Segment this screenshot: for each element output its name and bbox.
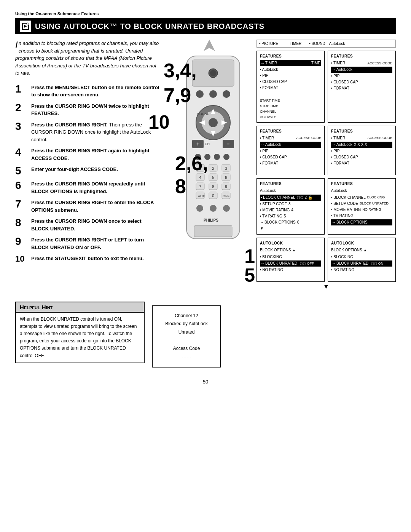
page-title: Using AutoLock™ to Block Unrated Broadca…: [35, 22, 264, 31]
hint-body: When the BLOCK UNRATED control is turned…: [16, 313, 144, 363]
down-arrow-icon: ▼: [256, 283, 396, 290]
big-number-8: 8: [175, 175, 186, 198]
step-3-text: Press the CURSOR RING RIGHT. Then press …: [31, 121, 160, 144]
step-number-4: 4: [15, 147, 29, 158]
panel-autolock-blockchannel: FEATURES AutoLock • BLOCK CHANNEL ⬡⬡ 2 🔒…: [256, 178, 325, 235]
svg-text:5: 5: [212, 175, 214, 180]
steps-list: 1 Press the MENU/SELECT button on the re…: [15, 84, 160, 264]
step-number-2: 2: [15, 102, 29, 113]
step-number-8: 8: [15, 217, 29, 228]
svg-point-24: [214, 154, 220, 160]
panel-features-autolock: FEATURES • TIMER ACCESS CODE ↔AutoLock- …: [328, 51, 396, 123]
svg-point-6: [196, 90, 204, 98]
svg-point-11: [209, 118, 218, 127]
step-6-text: Press the CURSOR RING DOWN repeatedly un…: [31, 180, 160, 195]
channel-line3: Unrated: [162, 328, 211, 337]
panel1-title: FEATURES: [260, 53, 321, 59]
hint-box: Helpful Hint When the BLOCK UNRATED cont…: [15, 302, 145, 363]
channel-line4: [162, 336, 211, 345]
panel1-row-autolock: • AutoLock: [260, 67, 321, 73]
menu-bar: • PICTURE TIMER • SOUND AutoLock: [256, 40, 396, 48]
svg-point-7: [209, 90, 217, 98]
page-number: 50: [15, 379, 396, 385]
svg-text:SOUND: SOUND: [197, 112, 210, 116]
panels-middle: FEATURES AutoLock • BLOCK CHANNEL ⬡⬡ 2 🔒…: [256, 178, 396, 282]
panel-autolock-blockoptions: FEATURES AutoLock • BLOCK CHANNEL BLOCKI…: [328, 178, 396, 235]
panel2-row-closedcap: • CLOSED CAP: [331, 79, 392, 85]
svg-point-50: [196, 205, 203, 212]
cursor-arrow-icon: [198, 40, 221, 55]
panels-top: FEATURES ↔TIMERTIME • AutoLock • PIP • C…: [256, 51, 396, 175]
panel1-row-closedcap: • CLOSED CAP: [260, 79, 321, 85]
svg-point-51: [210, 205, 217, 212]
svg-text:6: 6: [225, 175, 227, 180]
svg-text:−: −: [226, 141, 229, 147]
step-8-text: Press the CURSOR RING DOWN once to selec…: [31, 217, 160, 232]
step-10: 10 Press the STATUS/EXIT button to exit …: [15, 255, 160, 263]
panel2-row-pip: • PIP: [331, 73, 392, 79]
step-1-text: Press the MENU/SELECT button on the remo…: [31, 84, 160, 99]
panel3-title: FEATURES: [260, 128, 321, 134]
svg-text:4: 4: [199, 175, 201, 180]
page-section-header: Using the On-screen Submenus: Features: [15, 11, 396, 16]
svg-text:AUX: AUX: [198, 194, 205, 198]
hint-section: Helpful Hint When the BLOCK UNRATED cont…: [15, 302, 396, 368]
channel-line2: Blocked by AutoLock: [162, 320, 211, 328]
panel-blockoptions-off: AutoLock BLOCK OPTIONS ▲ • BLOCKING ↔BLO…: [256, 238, 325, 282]
step-7-text: Press the CURSOR RING RIGHT to enter the…: [31, 199, 160, 214]
svg-point-5: [210, 70, 216, 76]
channel-blocked-message: Channel 12 Blocked by AutoLock Unrated A…: [152, 305, 221, 368]
svg-text:OFF: OFF: [223, 194, 229, 198]
svg-text:3: 3: [225, 166, 227, 171]
step-4-text: Press the CURSOR RING RIGHT again to hig…: [31, 147, 160, 162]
svg-text:+: +: [196, 141, 199, 147]
step-9: 9 Press the CURSOR RING RIGHT or LEFT to…: [15, 236, 160, 251]
big-number-10: 10: [148, 111, 170, 133]
svg-rect-54: [194, 225, 232, 237]
step-9-text: Press the CURSOR RING RIGHT or LEFT to t…: [31, 236, 160, 251]
title-bar: Using AutoLock™ to Block Unrated Broadca…: [15, 18, 396, 34]
step-8: 8 Press the CURSOR RING DOWN once to sel…: [15, 217, 160, 232]
step-5-text: Enter your four-digit ACCESS CODE.: [31, 166, 118, 173]
panel-features-access-dashes: FEATURES • TIMER ACCESS CODE ↔AutoLock- …: [256, 126, 325, 175]
step-7: 7 Press the CURSOR RING RIGHT to enter t…: [15, 199, 160, 214]
channel-line1: Channel 12: [162, 312, 211, 320]
step-number-7: 7: [15, 199, 29, 209]
step-5: 5 Enter your four-digit ACCESS CODE.: [15, 166, 160, 176]
step-number-9: 9: [15, 236, 29, 247]
channel-line6: - - - -: [162, 353, 211, 361]
step-number-5: 5: [15, 166, 29, 176]
panel1-row-format: • FORMAT: [260, 85, 321, 91]
svg-point-52: [223, 205, 230, 212]
svg-text:0: 0: [212, 193, 214, 198]
hint-title: Helpful Hint: [16, 302, 144, 313]
step-4: 4 Press the CURSOR RING RIGHT again to h…: [15, 147, 160, 162]
step-number-3: 3: [15, 121, 29, 132]
panel2-row-format: • FORMAT: [331, 85, 392, 91]
panel1-row-pip: • PIP: [260, 73, 321, 79]
big-number-268: 2,6,: [175, 152, 208, 175]
svg-text:8: 8: [212, 184, 214, 189]
step-number-1: 1: [15, 84, 29, 94]
big-number-5: 5: [244, 264, 255, 286]
svg-point-8: [223, 90, 230, 98]
intro-text: In addition to blocking rated programs o…: [15, 40, 160, 77]
panel-features-timer: FEATURES ↔TIMERTIME • AutoLock • PIP • C…: [256, 51, 325, 123]
panel2-row-autolock: ↔AutoLock- - - -: [331, 67, 392, 73]
svg-point-25: [223, 154, 229, 160]
panel-blockoptions-on: AutoLock BLOCK OPTIONS ▲ • BLOCKING ↔BLO…: [328, 238, 396, 282]
section-label: Using the On-screen Submenus: Features: [15, 11, 99, 16]
svg-text:7: 7: [199, 184, 201, 189]
svg-text:CH: CH: [205, 142, 210, 146]
panel-features-access-xxxx: FEATURES • TIMER ACCESS CODE ↔AutoLockX …: [328, 126, 396, 175]
step-3: 3 Press the CURSOR RING RIGHT. Then pres…: [15, 121, 160, 144]
panel4-title: FEATURES: [331, 128, 392, 134]
step-2-text: Press the CURSOR RING DOWN twice to high…: [31, 102, 160, 117]
step-number-10: 10: [15, 255, 29, 263]
logo-icon: [20, 21, 31, 32]
panel2-row-timer: • TIMER ACCESS CODE: [331, 60, 392, 66]
step-6: 6 Press the CURSOR RING DOWN repeatedly …: [15, 180, 160, 195]
panel1-row-timer: ↔TIMERTIME: [260, 60, 321, 66]
panel2-title: FEATURES: [331, 53, 392, 59]
step-10-text: Press the STATUS/EXIT button to exit the…: [31, 255, 144, 262]
